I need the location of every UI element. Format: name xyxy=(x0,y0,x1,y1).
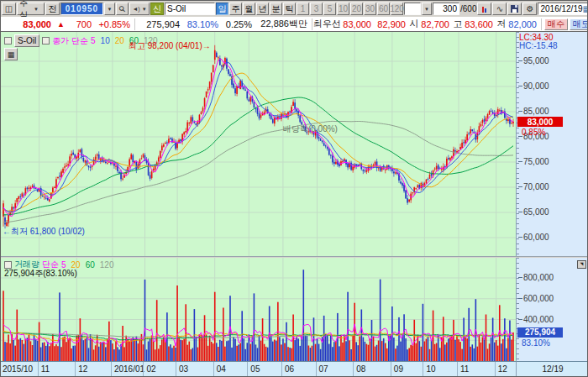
data-table-icon[interactable]: ▦ xyxy=(4,48,18,60)
time-tick-label: 12 xyxy=(498,364,507,374)
price-tick-label: 95,000 xyxy=(523,56,549,65)
minute-button-60[interactable]: 60 xyxy=(377,3,390,15)
price-change-pct: +0.85% xyxy=(95,19,134,29)
time-axis-separator xyxy=(111,362,112,376)
time-axis-separator xyxy=(247,362,248,376)
time-axis-separator xyxy=(457,362,458,376)
time-tick-label: 11 xyxy=(460,364,469,374)
code-dropdown-icon[interactable]: ▼ xyxy=(104,3,115,15)
asset-type-dropdown[interactable]: 주식 ▼ xyxy=(17,3,45,15)
open-label: 시 xyxy=(409,18,419,30)
low-price: 82,000 xyxy=(507,19,540,29)
period-low-annotation: ←최저 61,800 (10/02) xyxy=(3,226,85,238)
new-stock-badge: 신 xyxy=(150,3,164,15)
combo-dropdown-icon[interactable]: ▼ xyxy=(422,3,432,15)
time-tick-label: 07 xyxy=(319,364,328,374)
minute-button-30[interactable]: 30 xyxy=(364,3,376,15)
price-tick-label: 65,000 xyxy=(523,207,549,217)
price-up-arrow-icon: ▲ xyxy=(55,20,65,29)
legend-checkbox[interactable] xyxy=(42,37,50,45)
period-button-틱[interactable]: 틱 xyxy=(283,3,296,15)
time-tick-label: 04 xyxy=(217,364,226,374)
add-line-indicator-icon[interactable]: ∿ xyxy=(492,3,507,15)
chart-window: ◫ 주식 ▼ 전 010950 ▼ ⚲ ◄) ▼ 신 S-Oil 일주월년분틱 … xyxy=(0,0,588,377)
minute-button-120[interactable]: 120 xyxy=(391,3,403,15)
stock-name-field[interactable]: S-Oil xyxy=(165,3,215,15)
time-axis-separator xyxy=(423,362,423,376)
minute-button-3[interactable]: 3 xyxy=(310,3,323,15)
save-icon[interactable] xyxy=(507,3,522,15)
trade-value: 22,886백만 xyxy=(255,18,311,30)
price-change: 700 xyxy=(65,19,95,29)
add-candle-indicator-icon[interactable] xyxy=(477,3,491,15)
period-high-annotation: 최고 98,200 (04/01)→ xyxy=(129,40,211,52)
period-button-년[interactable]: 년 xyxy=(256,3,269,15)
price-tick-label: 70,000 xyxy=(523,182,549,191)
volume-chart-pane[interactable]: 거래량 단순 52060120 275,904주(83.10%) xyxy=(1,258,516,361)
time-tick-label: 2016/01 xyxy=(114,364,144,374)
current-price-badge: 83,000 xyxy=(517,117,563,127)
time-axis-separator xyxy=(391,362,391,376)
volume-axis[interactable]: ◥ 800,000600,000400,000 275,904 83.10% xyxy=(516,258,588,361)
buy-button[interactable]: 매수 xyxy=(544,18,568,30)
window-icon[interactable]: ◫ xyxy=(2,3,16,15)
sell-button[interactable]: 매도 xyxy=(570,18,588,30)
quote-bar: 83,000 ▲ 700 +0.85% 275,904 83.10% 0.25%… xyxy=(1,17,588,32)
period-button-주[interactable]: 주 xyxy=(229,3,242,15)
current-volume-pct: 83.10% xyxy=(522,338,550,348)
time-axis-separator xyxy=(176,362,176,376)
volume-ma-legend-60: 60 xyxy=(86,260,95,270)
period-buttons: 일주월년분틱 xyxy=(216,3,296,15)
gear-icon[interactable]: ⚙ xyxy=(522,3,537,15)
minute-buttons: 13510203060120 xyxy=(297,3,403,15)
best-quote-label: 최우선 xyxy=(313,18,340,30)
time-axis-end-label: 12/19 xyxy=(516,361,588,376)
price-tick-label: 90,000 xyxy=(523,81,549,91)
date-field[interactable]: 2016/12/19 ▦ xyxy=(538,3,588,15)
time-tick-label: 09 xyxy=(394,364,403,374)
volume-ratio: 83.10% xyxy=(183,19,222,29)
volume-tick-label: 400,000 xyxy=(523,315,554,324)
ex-dividend-annotation: 배당락(0.00%) xyxy=(283,123,338,135)
legend-checkbox[interactable] xyxy=(4,37,12,45)
search-icon[interactable]: ⚲ xyxy=(116,3,129,15)
current-price-pct: 0.85% xyxy=(522,128,545,137)
price-tick-label: 60,000 xyxy=(523,233,549,242)
minute-button-5[interactable]: 5 xyxy=(323,3,336,15)
arrow-right-icon: → xyxy=(202,41,211,50)
time-axis-separator xyxy=(143,362,144,376)
time-axis-separator xyxy=(495,362,496,376)
symbol-chip[interactable]: S-Oil xyxy=(14,34,39,47)
main-chart-pane[interactable]: S-Oil 종가 단순 5102060120 ▦ 최고 98,200 (04/0… xyxy=(1,32,516,256)
time-axis-separator xyxy=(75,362,76,376)
prev-stock-button[interactable]: 전 xyxy=(45,3,60,15)
ma-legend-10: 10 xyxy=(101,36,110,45)
time-tick-label: 10 xyxy=(426,364,435,374)
minute-button-1[interactable]: 1 xyxy=(297,3,309,15)
high-price: 83,600 xyxy=(463,19,496,29)
stock-code-input[interactable]: 010950 xyxy=(60,3,103,15)
empty-combo[interactable] xyxy=(404,3,421,15)
time-axis-separator xyxy=(316,362,317,376)
expand-icon[interactable]: ◥ xyxy=(577,260,586,269)
minute-button-10[interactable]: 10 xyxy=(337,3,349,15)
period-button-일[interactable]: 일 xyxy=(216,3,228,15)
volume-tick-label: 600,000 xyxy=(523,294,554,303)
time-tick-label: 06 xyxy=(285,364,294,374)
minute-button-20[interactable]: 20 xyxy=(350,3,363,15)
price-axis[interactable]: LC:34.30 HC:-15.48 95,00090,00085,00080,… xyxy=(516,32,588,256)
current-price: 83,000 xyxy=(1,19,55,29)
price-tick-label: 85,000 xyxy=(523,107,549,116)
volume-tick-label: 800,000 xyxy=(523,273,554,282)
period-button-분[interactable]: 분 xyxy=(270,3,282,15)
toolbar: ◫ 주식 ▼ 전 010950 ▼ ⚲ ◄) ▼ 신 S-Oil 일주월년분틱 … xyxy=(1,1,587,17)
best-bid: 82,900 xyxy=(375,19,409,29)
chevron-down-icon: ▼ xyxy=(34,7,42,12)
current-volume-text: 275,904주(83.10%) xyxy=(4,268,77,280)
period-button-월[interactable]: 월 xyxy=(243,3,255,15)
speaker-icon[interactable]: ◄) ▼ xyxy=(129,3,150,15)
ma-legend-20: 20 xyxy=(115,36,124,45)
bar-count-input[interactable]: 300 xyxy=(433,3,459,15)
calendar-icon: ▦ xyxy=(583,5,588,13)
time-axis[interactable]: 2015/1011122016/010203040506070809101112 xyxy=(1,361,516,376)
